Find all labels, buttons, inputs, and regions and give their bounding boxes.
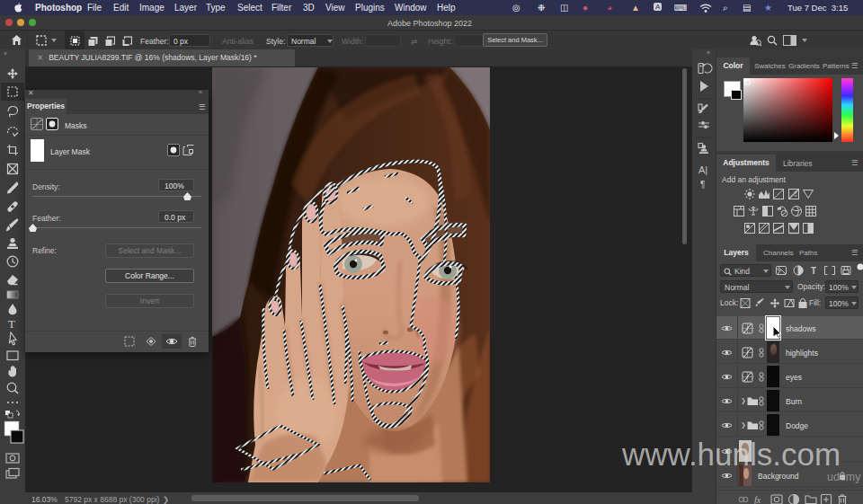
svg-text:fx: fx <box>754 495 761 504</box>
svg-text:«: « <box>4 50 7 57</box>
svg-text:A|: A| <box>698 164 707 175</box>
svg-text:T: T <box>811 266 816 276</box>
svg-text:T: T <box>8 317 15 331</box>
svg-text:¶: ¶ <box>700 180 705 190</box>
